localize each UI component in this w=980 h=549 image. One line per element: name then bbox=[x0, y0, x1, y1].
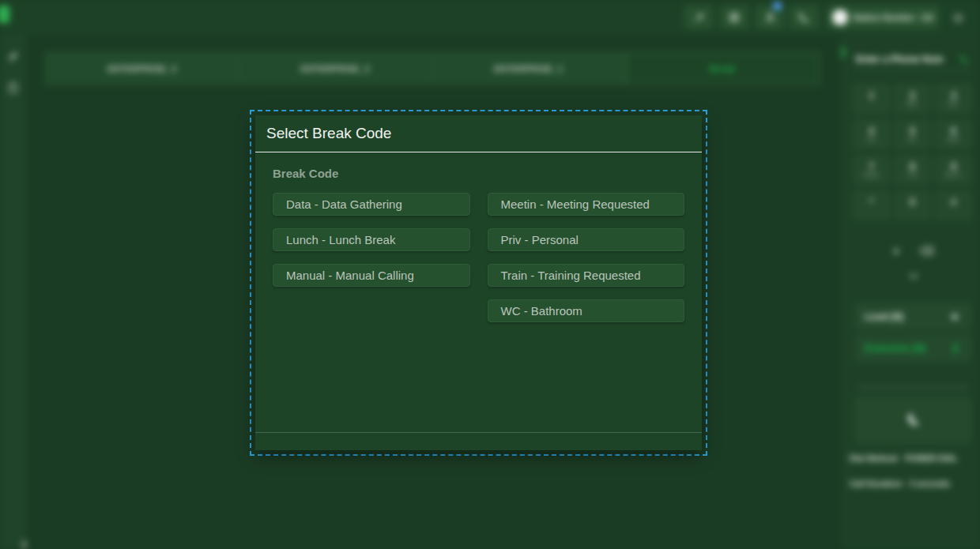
modal-title: Select Break Code bbox=[266, 125, 391, 142]
modal-body: Break Code Data - Data Gathering Lunch -… bbox=[255, 152, 702, 432]
tab-label: ENTERPRISE_2 bbox=[301, 64, 370, 73]
key-9[interactable]: 9WXYZ bbox=[935, 155, 972, 185]
left-sidebar bbox=[0, 35, 25, 549]
plus-key[interactable]: + bbox=[888, 242, 905, 259]
key-2[interactable]: 2ABC bbox=[894, 84, 931, 114]
break-code-field-label: Break Code bbox=[273, 167, 684, 180]
mic-icon bbox=[950, 343, 961, 354]
key-5[interactable]: 5JKL bbox=[894, 119, 931, 149]
key-letters: MNO bbox=[947, 137, 960, 143]
key-digit: 9 bbox=[951, 162, 956, 172]
transfer-icon bbox=[693, 12, 705, 24]
dial-method-label: Dial Method: bbox=[850, 453, 899, 463]
key-letters: WXYZ bbox=[945, 172, 962, 179]
top-bar: Station Number : 2163 bbox=[0, 0, 980, 35]
key-letters: DEF bbox=[948, 101, 959, 107]
key-letters: GHI bbox=[866, 137, 876, 143]
calls-button[interactable] bbox=[790, 6, 818, 29]
break-code-options: Data - Data Gathering Lunch - Lunch Brea… bbox=[273, 193, 684, 322]
key-star[interactable]: * bbox=[853, 190, 890, 220]
key-digit: 6 bbox=[951, 126, 956, 137]
station-chip[interactable]: Station Number : 2163 bbox=[827, 6, 939, 29]
tab-enterprise-1[interactable]: ENTERPRISE_1 bbox=[432, 52, 626, 85]
dial-pad: 1 2ABC 3DEF 4GHI 5JKL 6MNO 7PQRS 8TUV 9W… bbox=[853, 84, 973, 220]
call-action-button[interactable] bbox=[854, 397, 971, 444]
backspace-key[interactable] bbox=[916, 243, 937, 258]
forms-icon[interactable] bbox=[6, 81, 20, 95]
extension-toggle[interactable]: Extension (N) bbox=[854, 335, 971, 362]
loud-toggle[interactable]: Loud (N) bbox=[854, 303, 971, 330]
key-digit: 4 bbox=[869, 126, 874, 137]
backspace-icon bbox=[919, 245, 934, 257]
plus-icon: + bbox=[893, 244, 900, 258]
tab-enterprise-2[interactable]: ENTERPRISE_2 bbox=[239, 52, 433, 85]
break-option-personal[interactable]: Priv - Personal bbox=[488, 228, 685, 251]
phone-icon bbox=[798, 12, 809, 23]
key-8[interactable]: 8TUV bbox=[894, 155, 931, 185]
grid-icon bbox=[729, 12, 740, 23]
break-column-right: Meetin - Meeting Requested Priv - Person… bbox=[488, 193, 685, 322]
key-digit: 2 bbox=[910, 91, 915, 101]
phone-input-placeholder: Enter a Phone Num bbox=[856, 54, 944, 65]
tab-active-break[interactable]: Break bbox=[626, 52, 820, 85]
break-code-modal: Select Break Code Break Code Data - Data… bbox=[255, 115, 702, 450]
tab-label: ENTERPRISE_3 bbox=[107, 64, 176, 73]
collapse-keypad[interactable] bbox=[905, 269, 922, 284]
phone-number-input[interactable]: Enter a Phone Num bbox=[854, 47, 971, 71]
brand-accent bbox=[0, 6, 9, 23]
modal-header: Select Break Code bbox=[255, 115, 702, 152]
call-duration-row: Call Duration: 3 seconds bbox=[850, 479, 978, 488]
transfer-button[interactable] bbox=[684, 6, 713, 29]
modal-footer bbox=[255, 432, 702, 450]
speaker-icon bbox=[950, 311, 961, 322]
key-7[interactable]: 7PQRS bbox=[853, 155, 890, 185]
key-letters: TUV bbox=[906, 172, 918, 179]
tab-label: Break bbox=[710, 64, 736, 73]
tab-enterprise-3[interactable]: ENTERPRISE_3 bbox=[45, 52, 239, 85]
break-option-lunch[interactable]: Lunch - Lunch Break bbox=[273, 228, 470, 251]
key-0[interactable]: 0 bbox=[894, 190, 931, 220]
break-option-manual[interactable]: Manual - Manual Calling bbox=[273, 264, 470, 287]
power-button[interactable] bbox=[944, 6, 972, 29]
modal-selection-outline: Select Break Code Break Code Data - Data… bbox=[250, 110, 707, 456]
key-digit: 1 bbox=[869, 91, 874, 101]
break-option-meeting[interactable]: Meetin - Meeting Requested bbox=[488, 193, 685, 216]
key-1[interactable]: 1 bbox=[853, 84, 890, 114]
key-digit: # bbox=[951, 197, 956, 208]
dialer-panel: ❯ Enter a Phone Num 1 2ABC 3DEF 4GHI 5JK… bbox=[844, 35, 980, 549]
key-letters: ABC bbox=[906, 101, 918, 107]
notification-badge bbox=[773, 2, 782, 10]
agent-avatar bbox=[832, 9, 848, 25]
dial-method-value: POWER DIAL bbox=[905, 453, 958, 463]
campaign-tabs: ENTERPRISE_3 ENTERPRISE_2 ENTERPRISE_1 B… bbox=[45, 52, 820, 85]
key-digit: 3 bbox=[951, 91, 956, 101]
key-hash[interactable]: # bbox=[935, 190, 972, 220]
edit-icon[interactable] bbox=[6, 49, 20, 63]
tab-label: ENTERPRISE_1 bbox=[494, 64, 563, 73]
key-digit: 0 bbox=[910, 197, 915, 208]
user-icon bbox=[764, 12, 776, 24]
power-icon bbox=[952, 12, 964, 24]
key-3[interactable]: 3DEF bbox=[935, 84, 972, 114]
call-duration-label: Call Duration: bbox=[850, 479, 904, 488]
chevron-down-icon bbox=[908, 272, 919, 281]
key-digit: 8 bbox=[910, 162, 915, 172]
break-option-data[interactable]: Data - Data Gathering bbox=[273, 193, 470, 216]
extension-label: Extension (N) bbox=[865, 343, 925, 354]
dial-phone-icon bbox=[959, 54, 970, 64]
keypad-button[interactable] bbox=[720, 6, 748, 29]
dial-method-row: Dial Method: POWER DIAL bbox=[850, 453, 978, 463]
agent-desktop-app: Station Number : 2163 bbox=[0, 0, 980, 549]
break-option-bathroom[interactable]: WC - Bathroom bbox=[488, 299, 685, 322]
break-option-training[interactable]: Train - Training Requested bbox=[488, 264, 685, 287]
station-number-label: Station Number : 2163 bbox=[853, 13, 933, 22]
panel-divider bbox=[858, 387, 968, 388]
panel-collapse-arrow[interactable]: ❯ bbox=[839, 46, 847, 58]
break-column-left: Data - Data Gathering Lunch - Lunch Brea… bbox=[273, 193, 470, 287]
call-duration-value: 3 seconds bbox=[910, 479, 950, 488]
notifications-button[interactable] bbox=[756, 6, 784, 29]
handset-icon bbox=[906, 413, 920, 427]
key-4[interactable]: 4GHI bbox=[853, 119, 890, 149]
key-6[interactable]: 6MNO bbox=[935, 119, 972, 149]
key-letters: PQRS bbox=[863, 172, 879, 179]
